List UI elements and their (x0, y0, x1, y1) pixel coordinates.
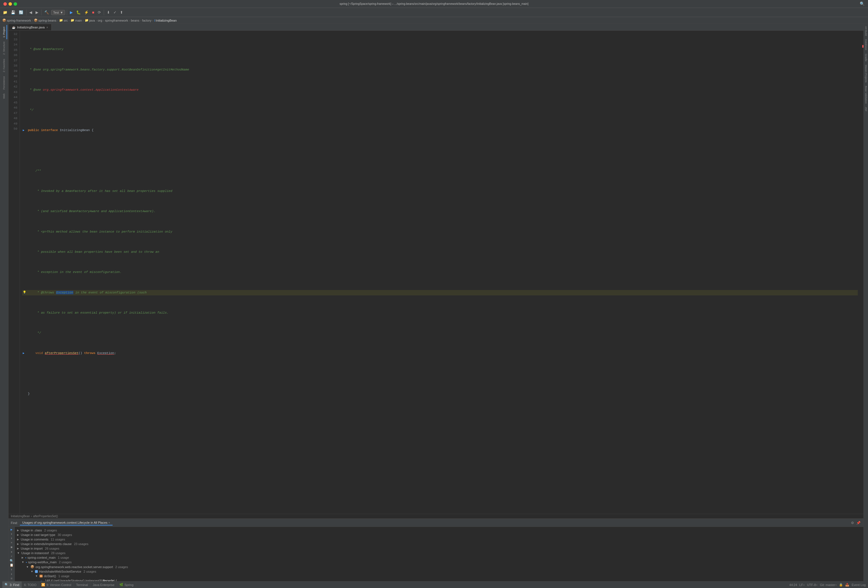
status-tab-spring[interactable]: 🌿 Spring (117, 581, 136, 588)
find-tb-4[interactable]: × (9, 541, 15, 545)
code-editor[interactable]: 32 33 34 35 36 37 38 39 40 41 42 43 44 4… (9, 31, 864, 514)
result-label: doStart() (44, 574, 56, 578)
status-tab-todo[interactable]: 6: TODO (22, 581, 39, 588)
arrow-icon[interactable]: ▼ (17, 552, 20, 554)
tab-close-btn[interactable]: × (46, 26, 48, 29)
breadcrumb-initializingbean[interactable]: I InitializingBean (154, 19, 177, 22)
find-result-spring-context[interactable]: ▶ ▪ spring-context_main 1 usage (15, 555, 864, 560)
breadcrumb-label: factory (142, 19, 152, 22)
arrow-icon[interactable]: ▶ (17, 529, 19, 532)
find-tb-5[interactable]: ■ (9, 545, 15, 550)
vcs-update-btn[interactable]: ⬇ (106, 10, 111, 15)
find-result-class-handshake[interactable]: ▼ C HandshakeWebSocketService 2 usages (15, 569, 864, 574)
arrow-icon[interactable]: ▶ (17, 547, 19, 550)
find-result-import[interactable]: ▶ Usage in import 26 usages (15, 546, 864, 551)
build-btn[interactable]: 🔨 (43, 10, 50, 15)
breadcrumb-spring-framework[interactable]: 📦 spring-framework (2, 18, 31, 22)
find-tb-1[interactable]: ▶ (9, 527, 15, 532)
sidebar-item-web[interactable]: Web (1, 92, 7, 100)
minimize-button[interactable] (9, 2, 12, 6)
breadcrumb-spring-beans[interactable]: 📦 spring-beans (34, 18, 56, 22)
database-icon[interactable]: Database (864, 38, 868, 52)
breadcrumb-java[interactable]: 📁 java (85, 18, 95, 22)
find-panel-tab[interactable]: Usages of org.springframework.context.Li… (20, 520, 112, 526)
breadcrumb-main[interactable]: 📁 main (71, 18, 82, 22)
stop-btn[interactable]: ■ (91, 10, 96, 15)
find-result-instanceof[interactable]: ▼ Usage in instanceof 28 usages (15, 551, 864, 555)
file-tab-initializingbean[interactable]: ☕ InitializingBean.java × (9, 24, 52, 30)
find-result-cast[interactable]: ▶ Usage in cast target type 30 usages (15, 533, 864, 537)
eb-method[interactable]: afterPropertiesSet() (33, 515, 58, 518)
gradle-icon[interactable]: Gradle (864, 53, 868, 62)
find-result-comments[interactable]: ▶ Usage in comments 11 usages (15, 537, 864, 542)
find-tb-2[interactable]: ⬆ (9, 532, 15, 536)
vcs-push-btn[interactable]: ⬆ (119, 10, 124, 15)
bulb-icon[interactable]: 💡 (23, 290, 26, 295)
test-dropdown[interactable]: Test ▼ (51, 10, 65, 15)
sync-btn[interactable]: 🔄 (18, 10, 24, 15)
status-tab-java-enterprise[interactable]: Java Enterprise (90, 581, 117, 588)
bean-validation-icon[interactable]: Bean Validation (864, 85, 868, 105)
breadcrumb-org[interactable]: org (98, 19, 102, 22)
find-tb-7[interactable]: ⚡ (9, 554, 15, 558)
find-result-line-148[interactable]: → 148 if (getUpgradeStrategy() instanceo… (15, 578, 864, 581)
run-gutter-icon-47[interactable]: ▶ (23, 351, 24, 356)
eb-initializingbean[interactable]: InitializingBean (11, 515, 30, 518)
save-btn[interactable]: 💾 (10, 10, 16, 15)
status-tab-find[interactable]: 🔍 3: Find (2, 581, 22, 588)
rebuild-btn[interactable]: ⟳ (97, 10, 102, 15)
sidebar-item-favorites[interactable]: 2: Favorites (1, 57, 7, 74)
breadcrumb-src[interactable]: 📁 src (59, 18, 68, 22)
find-tb-3[interactable]: ⬇ (9, 536, 15, 541)
find-tab-close[interactable]: × (108, 521, 110, 524)
find-tb-10[interactable]: ⬆ (9, 567, 15, 572)
maven-icon[interactable]: Maven Projects (864, 64, 868, 84)
find-tb-9[interactable]: 📋 (9, 563, 15, 567)
status-tab-terminal[interactable]: Terminal (74, 581, 91, 588)
search-icon[interactable]: 🔍 (860, 1, 865, 6)
arrow-icon[interactable]: ▼ (22, 561, 24, 564)
arrow-icon[interactable]: ▶ (17, 542, 19, 545)
arrow-icon[interactable]: ▼ (31, 570, 33, 573)
sidebar-item-persistence[interactable]: Persistence (1, 74, 7, 91)
back-btn[interactable]: ◀ (28, 10, 33, 15)
breadcrumb-springframework[interactable]: springframework (105, 19, 128, 22)
sidebar-item-structure[interactable]: 2: Structure (1, 40, 7, 56)
breadcrumb-factory[interactable]: factory (142, 19, 152, 22)
panel-pin-btn[interactable]: 📌 (856, 520, 861, 526)
close-button[interactable] (3, 2, 7, 6)
status-tab-vcs[interactable]: 🔀 9: Version Control (39, 581, 74, 588)
open-folder-btn[interactable]: 📁 (2, 10, 9, 15)
jsf-icon[interactable]: JSF (864, 106, 868, 112)
arrow-icon[interactable]: ▼ (26, 566, 29, 568)
arrow-icon[interactable]: ▶ (17, 533, 19, 536)
panel-settings-btn[interactable]: ⚙ (850, 520, 855, 526)
run-gutter-icon[interactable]: ▶ (23, 128, 24, 133)
vcs-commit-btn[interactable]: ✓ (112, 10, 118, 15)
encoding[interactable]: UTF-8÷ (807, 583, 818, 587)
maximize-button[interactable] (14, 2, 17, 6)
forward-btn[interactable]: ▶ (34, 10, 40, 15)
result-label: spring-context_main (28, 556, 56, 559)
find-result-spring-webflux[interactable]: ▼ ▪ spring-webflux_main 2 usages (15, 560, 864, 564)
arrow-icon[interactable]: ▼ (35, 575, 38, 578)
run-btn[interactable]: ▶ (69, 10, 74, 15)
find-tb-6[interactable]: ★ (9, 550, 15, 554)
arrow-icon[interactable]: ▶ (17, 538, 19, 541)
debug-btn[interactable]: 🐛 (75, 10, 82, 15)
art-build-icon[interactable]: Art Build (864, 25, 868, 37)
event-log[interactable]: Event Log (852, 583, 866, 587)
breadcrumb-beans[interactable]: beans (131, 19, 139, 22)
run-with-coverage-btn[interactable]: ⚡ (83, 10, 90, 15)
find-result-class[interactable]: ▶ Usage in .class 2 usages (15, 528, 864, 533)
git-branch[interactable]: Git: master÷ (820, 583, 837, 587)
line-separator[interactable]: LF÷ (800, 583, 805, 587)
find-result-extends[interactable]: ▶ Usage in extends/implements clause 23 … (15, 542, 864, 546)
find-tb-8[interactable]: 🔍 (9, 559, 15, 563)
find-tb-11[interactable]: ⬇ (9, 572, 15, 576)
find-tb-12[interactable]: ≡ (9, 576, 15, 581)
sidebar-item-project[interactable]: 1: Project (1, 25, 7, 39)
arrow-icon[interactable]: ▶ (22, 556, 24, 559)
find-result-package[interactable]: ▼ 📦 org.springframework.web.reactive.soc… (15, 564, 864, 569)
find-result-method-dostart[interactable]: ▼ m doStart() 1 usage (15, 574, 864, 578)
